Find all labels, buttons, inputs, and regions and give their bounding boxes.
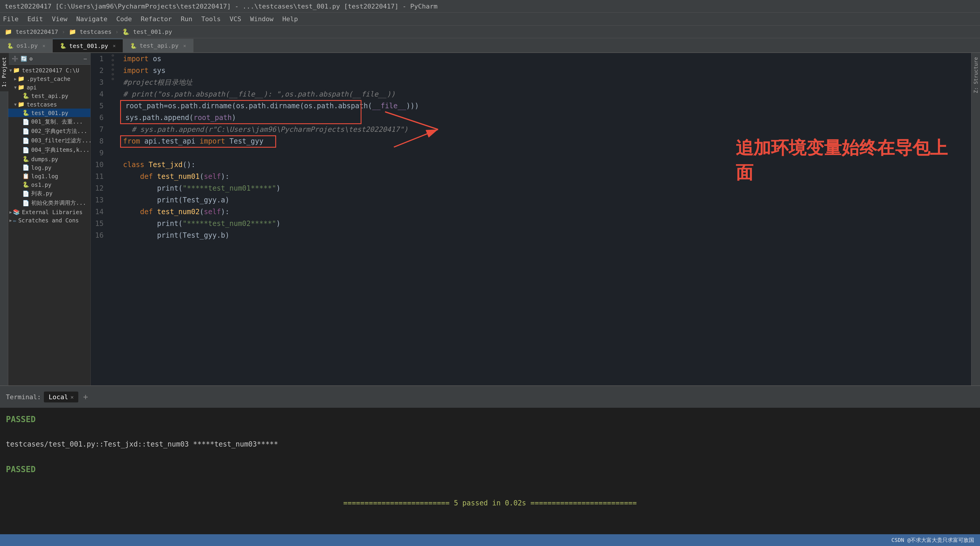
terminal-local-label: Local (49, 393, 68, 401)
breadcrumb-folder[interactable]: 📁 (69, 28, 76, 35)
tree-dumps-label: dumps.py (31, 156, 58, 162)
tree-list[interactable]: 📄 列表.py (8, 189, 91, 198)
code-plain-13: print(Test_gyy.a) (123, 194, 229, 206)
menu-view[interactable]: View (52, 15, 67, 23)
line-num-8: 8 (91, 135, 103, 147)
tree-list-label: 列表.py (31, 190, 52, 197)
tree-002-label: 002_字典get方法... (31, 127, 87, 135)
tree-testapi[interactable]: 🐍 test_api.py (8, 92, 91, 100)
sidebar-add-icon[interactable]: ➕ (12, 56, 18, 62)
sidebar-sync-icon[interactable]: 🔄 (21, 56, 27, 62)
main-area: 1: Project ➕ 🔄 ⚙ — ▼ 📁 test20220417 C:\U… (0, 53, 980, 386)
menu-tools[interactable]: Tools (201, 15, 221, 23)
tree-004[interactable]: 📄 004_字典items,k... (8, 145, 91, 155)
code-func-11: test_num01 (157, 171, 200, 183)
tree-init[interactable]: 📄 初始化类并调用方... (8, 198, 91, 208)
tree-api[interactable]: ▼ 📁 api (8, 83, 91, 92)
breadcrumb-project-name[interactable]: test20220417 (16, 28, 58, 35)
code-editor[interactable]: import os import sys #project根目录地址 # pri… (117, 53, 971, 386)
tab-os1[interactable]: 🐍 os1.py ✕ (0, 39, 53, 52)
code-line-14: def test_num02 ( self ): (123, 206, 971, 218)
terminal-local-close[interactable]: ✕ (70, 394, 73, 400)
tree-init-label: 初始化类并调用方... (31, 199, 86, 207)
bottom-panel: Terminal: Local ✕ + PASSED testcases/tes… (0, 386, 980, 546)
terminal-label: Terminal: (6, 393, 41, 401)
sidebar-collapse-icon[interactable]: — (84, 56, 87, 62)
fold-4: ⊖ (108, 58, 117, 62)
breadcrumb-file-icon: 🐍 (122, 28, 129, 35)
breadcrumb-project[interactable]: 📁 (5, 28, 12, 35)
chinese-line1: 追加环境变量始终在导包上 (736, 135, 948, 160)
tree-pytest-cache[interactable]: ▶ 📁 .pytest_cache (8, 75, 91, 83)
tree-scratches[interactable]: ▶ ✏ Scratches and Cons (8, 216, 91, 224)
tree-004-label: 004_字典items,k... (31, 146, 89, 154)
terminal-content[interactable]: PASSED testcases/test_001.py::Test_jxd::… (0, 408, 980, 534)
sidebar-settings-icon[interactable]: ⚙ (29, 56, 33, 62)
terminal-passed-1: PASSED (6, 413, 974, 427)
fold-gutter: ⊖ ⊖ ⊖ ⊖ ⊖ ⊖ (108, 53, 117, 386)
tree-test001-label: test_001.py (31, 110, 68, 116)
tree-testcases[interactable]: ▼ 📁 testcases (8, 100, 91, 108)
tab-testapi[interactable]: 🐍 test_api.py ✕ (123, 39, 193, 52)
code-param-14: self (204, 206, 221, 218)
kw-import-8: import (200, 135, 225, 147)
line-num-10: 10 (91, 159, 103, 171)
tree-003[interactable]: 📄 003_filter过滤方... (8, 136, 91, 145)
menu-window[interactable]: Window (250, 15, 274, 23)
tab-os1-close[interactable]: ✕ (42, 43, 45, 49)
menu-refactor[interactable]: Refactor (141, 15, 172, 23)
terminal-tab-local[interactable]: Local ✕ (44, 392, 78, 402)
code-plain-11b (153, 171, 157, 183)
editor-area[interactable]: 1 2 3 4 5 6 7 8 9 10 11 12 13 14 15 16 ⊖… (91, 53, 971, 386)
tree-001[interactable]: 📄 001_复制、去重... (8, 117, 91, 127)
breadcrumb-file-name[interactable]: test_001.py (133, 28, 172, 35)
fold-14: ⊖ (108, 76, 117, 81)
code-classname-10: Test_jxd (149, 159, 183, 171)
tab-testapi-close[interactable]: ✕ (183, 43, 186, 49)
terminal-plain-3 (6, 476, 974, 489)
code-var-6: root_path (193, 112, 232, 124)
terminal-plain-2 (6, 451, 974, 462)
tab-test001[interactable]: 🐍 test_001.py ✕ (53, 39, 123, 52)
tab-testapi-label: test_api.py (140, 42, 178, 49)
menu-file[interactable]: File (3, 15, 19, 23)
tree-external[interactable]: ▶ 📚 External Libraries (8, 208, 91, 216)
code-plain-1: os (149, 53, 161, 65)
line-num-16: 16 (91, 229, 103, 241)
project-tab-label[interactable]: 1: Project (0, 53, 9, 91)
code-line-15: print( "*****test_num02*****" ) (123, 218, 971, 229)
line-num-14: 14 (91, 206, 103, 218)
code-plain-6a: sys.path.append( (126, 112, 193, 124)
menu-run[interactable]: Run (181, 15, 192, 23)
line-num-12: 12 (91, 183, 103, 194)
terminal-plain-1 (6, 427, 974, 439)
tree-root-label: test20220417 C:\U (22, 67, 79, 73)
tree-test001[interactable]: 🐍 test_001.py (8, 108, 91, 117)
tree-os1[interactable]: 🐍 os1.py (8, 180, 91, 189)
code-plain-8a: api.test_api (140, 135, 200, 147)
tree-logpy[interactable]: 📄 log.py (8, 163, 91, 172)
menu-code[interactable]: Code (116, 15, 132, 23)
tree-002[interactable]: 📄 002_字典get方法... (8, 127, 91, 136)
tree-testapi-label: test_api.py (31, 93, 68, 99)
title-bar: test20220417 [C:\Users\jam96\PycharmProj… (0, 0, 980, 12)
menu-bar: File Edit View Navigate Code Refactor Ru… (0, 12, 980, 25)
tab-test001-close[interactable]: ✕ (113, 43, 116, 49)
scratches-icon: ✏ (13, 217, 16, 224)
menu-vcs[interactable]: VCS (230, 15, 242, 23)
line-num-13: 13 (91, 194, 103, 206)
menu-edit[interactable]: Edit (27, 15, 43, 23)
breadcrumb-folder-name[interactable]: testcases (80, 28, 111, 35)
tree-log1[interactable]: 📋 log1.log (8, 172, 91, 180)
z-structure-label[interactable]: Z: Structure (971, 53, 980, 97)
tree-dumps[interactable]: 🐍 dumps.py (8, 155, 91, 163)
terminal-test-path: testcases/test_001.py::Test_jxd::test_nu… (6, 438, 974, 451)
terminal-add-button[interactable]: + (83, 392, 88, 402)
tree-root[interactable]: ▼ 📁 test20220417 C:\U (8, 66, 91, 75)
tree-001-label: 001_复制、去重... (31, 118, 83, 125)
menu-navigate[interactable]: Navigate (76, 15, 107, 23)
chinese-annotation: 追加环境变量始终在导包上 面 (736, 135, 948, 185)
code-line-2: import sys (123, 65, 971, 76)
line-num-7: 7 (91, 124, 103, 135)
menu-help[interactable]: Help (282, 15, 298, 23)
